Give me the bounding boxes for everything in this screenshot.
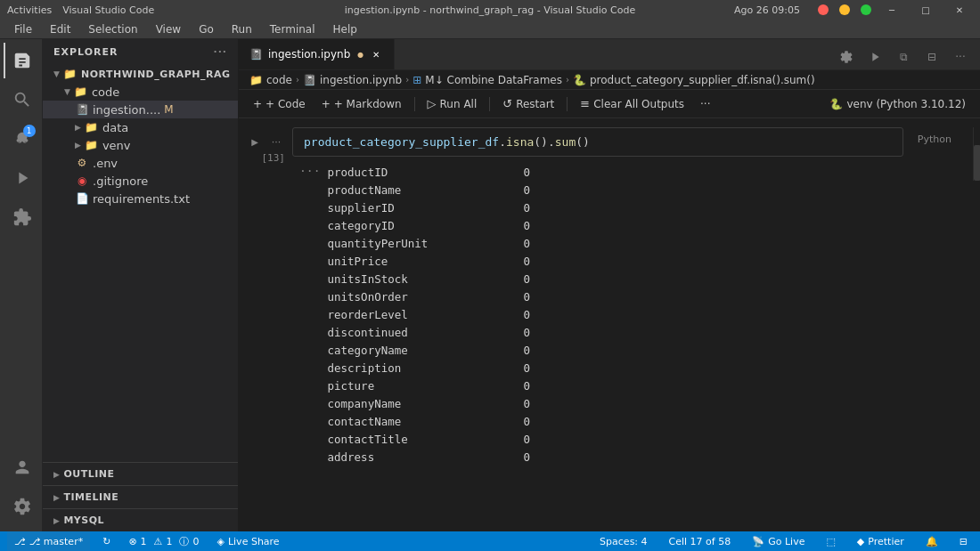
- cell-body: product_category_supplier_df.isna().sum(…: [292, 127, 966, 470]
- port-item[interactable]: ⊟: [954, 531, 973, 551]
- breadcrumb-combine[interactable]: ⊞ M↓ Combine DataFrames: [412, 74, 562, 86]
- output-value-supplierid: 0: [523, 199, 530, 217]
- tree-ingestion-file[interactable]: 📓 ingestion.... M: [43, 101, 238, 118]
- activity-account[interactable]: [4, 450, 39, 485]
- breadcrumb-code[interactable]: 📁 code: [249, 74, 292, 86]
- tab-close-button[interactable]: ✕: [369, 47, 383, 61]
- spaces-label: Spaces: 4: [600, 536, 647, 547]
- cell-more-button[interactable]: ···: [267, 133, 285, 150]
- activity-bottom-group: [4, 450, 39, 531]
- sidebar: Explorer ··· ▼ 📁 NORTHWIND_GRAPH_RAG ▼ 📁…: [43, 39, 239, 531]
- output-label-productid: productID: [327, 164, 523, 182]
- breadcrumb-code-label: code: [266, 74, 292, 86]
- more-toolbar-button[interactable]: ···: [693, 93, 717, 115]
- notifications-item[interactable]: 🔔: [920, 531, 943, 551]
- liveshare-icon: ◈: [216, 536, 224, 547]
- go-live-item[interactable]: 📡 Go Live: [747, 531, 810, 551]
- cell-input[interactable]: product_category_supplier_df.isna().sum(…: [292, 127, 903, 157]
- cell-language-label: Python: [911, 130, 959, 149]
- menu-go[interactable]: Go: [192, 21, 221, 37]
- explorer-header-icons[interactable]: ···: [213, 46, 227, 58]
- output-row-unitsinstock: unitsInStock 0: [327, 271, 530, 288]
- output-row-unitprice: unitPrice 0: [327, 253, 530, 271]
- git-branch-item[interactable]: ⎇ ⎇ master*: [7, 531, 90, 551]
- menu-run[interactable]: Run: [225, 21, 259, 37]
- breadcrumb-notebook[interactable]: 📓 ingestion.ipynb: [303, 74, 402, 86]
- output-row-reorderlevel: reorderLevel 0: [327, 306, 530, 324]
- explorer-icon: [12, 51, 32, 70]
- tree-code-folder[interactable]: ▼ 📁 code: [43, 83, 238, 101]
- restart-button[interactable]: ↺ Restart: [495, 93, 561, 115]
- add-code-button[interactable]: + + Code: [246, 93, 313, 115]
- tree-data-folder[interactable]: ▶ 📁 data: [43, 118, 238, 136]
- mysql-header[interactable]: ▶ MYSQL: [43, 511, 238, 530]
- data-folder-icon: 📁: [85, 120, 99, 134]
- cell-info-item[interactable]: Cell 17 of 58: [664, 531, 737, 551]
- add-markdown-button[interactable]: + + Markdown: [314, 93, 409, 115]
- split-editor-button[interactable]: ⧉: [891, 45, 916, 69]
- menu-terminal[interactable]: Terminal: [263, 21, 323, 37]
- win-close-button[interactable]: ✕: [946, 0, 973, 20]
- output-row-contacttitle: contactTitle 0: [327, 431, 530, 449]
- spaces-item[interactable]: Spaces: 4: [594, 531, 652, 551]
- menu-bar: File Edit Selection View Go Run Terminal…: [0, 20, 980, 39]
- tree-env-file[interactable]: ⚙ .env: [43, 154, 238, 172]
- kernel-selector[interactable]: 🐍 venv (Python 3.10.12): [822, 96, 973, 112]
- activity-explorer[interactable]: [4, 43, 39, 78]
- activity-search[interactable]: [4, 82, 39, 117]
- liveshare-item[interactable]: ◈ Live Share: [211, 531, 284, 551]
- tree-gitignore-file[interactable]: ◉ .gitignore: [43, 172, 238, 190]
- menu-help[interactable]: Help: [326, 21, 364, 37]
- ws-item[interactable]: ⬚: [821, 531, 840, 551]
- output-row-contactname: contactName 0: [327, 413, 530, 431]
- activity-extensions[interactable]: [4, 199, 39, 235]
- notebook-settings-button[interactable]: [834, 45, 859, 69]
- run-all-tab-button[interactable]: [862, 45, 887, 69]
- cell-run-button[interactable]: ▶: [246, 133, 264, 150]
- run-all-icon-toolbar: ▷: [428, 97, 437, 110]
- menu-view[interactable]: View: [149, 21, 188, 37]
- notebook-file-icon: 📓: [75, 102, 89, 117]
- output-value-reorderlevel: 0: [523, 306, 530, 324]
- win-minimize-button[interactable]: ─: [878, 0, 905, 20]
- menu-edit[interactable]: Edit: [43, 21, 78, 37]
- window-min-icon[interactable]: [839, 4, 850, 15]
- errors-item[interactable]: ⊗ 1 ⚠ 1 ⓘ 0: [123, 531, 204, 551]
- output-value-unitsinstock: 0: [523, 271, 530, 288]
- run-all-button[interactable]: ▷ Run All: [421, 93, 485, 115]
- chevron-down-icon-code: ▼: [64, 87, 70, 96]
- win-maximize-button[interactable]: □: [912, 0, 939, 20]
- menu-file[interactable]: File: [7, 21, 39, 37]
- tree-venv-folder[interactable]: ▶ 📁 venv: [43, 136, 238, 154]
- mysql-section: ▶ MYSQL: [43, 508, 238, 531]
- activity-settings[interactable]: [4, 489, 39, 524]
- collapse-button[interactable]: ⊟: [919, 45, 944, 69]
- sync-button[interactable]: ↻: [97, 531, 116, 551]
- tree-root-folder[interactable]: ▼ 📁 NORTHWIND_GRAPH_RAG: [43, 65, 238, 83]
- more-actions-icon[interactable]: ···: [213, 46, 227, 58]
- antenna-icon: 📡: [752, 536, 764, 547]
- window-max-icon[interactable]: [861, 4, 871, 15]
- output-value-contacttitle: 0: [523, 431, 530, 449]
- activity-run-debug[interactable]: [4, 160, 39, 196]
- tab-ingestion[interactable]: 📓 ingestion.ipynb ● ✕: [239, 39, 395, 69]
- title-bar-right: Ago 26 09:05 ─ □ ✕: [734, 0, 973, 20]
- activity-source-control[interactable]: 1: [4, 121, 39, 157]
- minimap-thumb[interactable]: [974, 145, 980, 181]
- timeline-header[interactable]: ▶ TIMELINE: [43, 488, 238, 506]
- toolbar-right: 🐍 venv (Python 3.10.12): [822, 96, 973, 112]
- breadcrumb-function[interactable]: 🐍 product_category_supplier_df.isna().su…: [573, 74, 815, 86]
- menu-selection[interactable]: Selection: [81, 21, 144, 37]
- chevron-down-icon: ▼: [53, 69, 60, 78]
- window-close-icon[interactable]: [818, 4, 829, 15]
- clear-all-outputs-button[interactable]: ≡ Clear All Outputs: [573, 93, 691, 115]
- tree-requirements-file[interactable]: 📄 requirements.txt: [43, 190, 238, 207]
- outline-header[interactable]: ▶ OUTLINE: [43, 465, 238, 483]
- port-icon: ⊟: [960, 536, 968, 547]
- output-label-categoryid: categoryID: [327, 217, 523, 235]
- notebook-toolbar: + + Code + + Markdown ▷ Run All ↺ Restar…: [239, 90, 980, 118]
- env-file-label: .env: [93, 157, 118, 170]
- prettier-item[interactable]: ◆ Prettier: [852, 531, 910, 551]
- gitignore-file-label: .gitignore: [93, 174, 148, 188]
- more-tab-actions-button[interactable]: ···: [948, 45, 973, 69]
